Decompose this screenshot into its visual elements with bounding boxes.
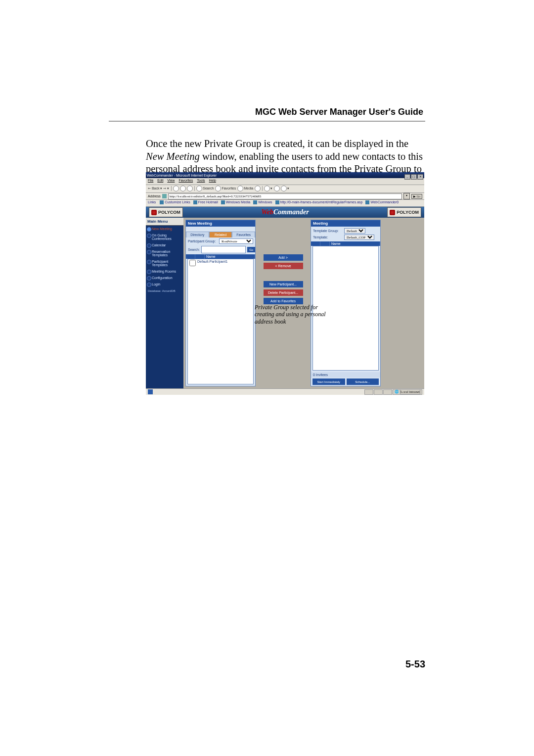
para-text-italic: New Meeting (146, 151, 200, 162)
history-icon[interactable] (255, 186, 261, 191)
address-dropdown-icon[interactable]: ▾ (403, 193, 410, 199)
menu-tools[interactable]: Tools (197, 179, 205, 182)
col-icon (195, 254, 205, 259)
address-bar[interactable]: Address ▾ ▶ Go (146, 193, 424, 200)
window-titlebar: WebCommander - Microsoft Internet Explor… (146, 172, 424, 178)
sidebar: Main Menu New Meeting On Going Conferenc… (146, 218, 183, 388)
remove-button[interactable]: < Remove (264, 263, 303, 269)
address-input[interactable] (168, 193, 402, 199)
delete-participant-button[interactable]: Delete Participant... (264, 289, 303, 296)
link-windows[interactable]: Windows (253, 200, 272, 204)
content-area: Main Menu New Meeting On Going Conferenc… (146, 218, 424, 388)
sidebar-item-participant-tmpl[interactable]: Participant Templates (146, 258, 183, 268)
favorites-icon[interactable] (215, 186, 221, 191)
maximize-icon[interactable]: ▢ (411, 174, 417, 180)
polycom-logo-right: POLYCOM (387, 207, 421, 217)
sidebar-item-meeting-rooms[interactable]: Meeting Rooms (146, 268, 183, 275)
sidebar-item-calendar[interactable]: Calendar (146, 242, 183, 248)
sidebar-item-new-meeting[interactable]: New Meeting (146, 226, 183, 232)
tool-search[interactable]: Search (203, 187, 214, 190)
invitees-count: 0 Invitees (311, 372, 380, 378)
right-form: Template Group:Default Template:Default_… (311, 227, 380, 241)
tool-media[interactable]: Media (244, 187, 253, 190)
menubar[interactable]: FileEditViewFavoritesToolsHelp (146, 178, 424, 185)
search-icon[interactable] (196, 186, 202, 191)
page-number: 5-53 (405, 659, 425, 670)
right-table-header: Name (311, 241, 380, 246)
left-list[interactable]: Default-Participant1 (187, 259, 254, 384)
edit-icon[interactable] (281, 186, 287, 191)
search-input[interactable] (201, 246, 246, 253)
sidebar-item-configuration[interactable]: Configuration (146, 275, 183, 281)
sidebar-item-ongoing[interactable]: On Going Conferences (146, 232, 183, 242)
participant-group-select[interactable]: RonPrivate (219, 238, 253, 244)
sidebar-item-reservation[interactable]: Reservation Templates (146, 248, 183, 258)
links-bar[interactable]: Links Customize LinksFree HotmailWindows… (146, 200, 424, 207)
link-hotmail[interactable]: Free Hotmail (193, 200, 218, 204)
start-immediately-button[interactable]: Start Immediately (312, 378, 345, 385)
mail-icon[interactable] (264, 186, 270, 191)
minimize-icon[interactable]: _ (404, 174, 410, 180)
go-button[interactable]: ▶ Go (411, 194, 422, 199)
window-buttons[interactable]: _▢✕ (404, 171, 423, 180)
search-go-button[interactable]: Go (247, 247, 255, 252)
menu-edit[interactable]: Edit (157, 179, 163, 182)
row-name: Default-Participant1 (197, 260, 227, 266)
menu-favorites[interactable]: Favorites (178, 179, 193, 182)
media-icon[interactable] (237, 186, 243, 191)
link-raw-url[interactable]: http://0-main-frames-document/mtRegularF… (275, 200, 363, 204)
sidebar-heading: Main Menu (146, 218, 183, 226)
left-panel: New Meeting Directory Related Favorites … (185, 220, 256, 386)
app-title: WebCommander (261, 208, 309, 216)
print-icon[interactable] (274, 186, 280, 191)
template-group-select[interactable]: Default (344, 228, 365, 234)
brand-bar: POLYCOM WebCommander POLYCOM (146, 207, 424, 218)
left-panel-tabs[interactable]: Directory Related Favorites (186, 232, 255, 237)
tab-favorites[interactable]: Favorites (232, 232, 255, 237)
template-group-label: Template Group: (313, 229, 343, 233)
links-label: Links (148, 200, 156, 204)
refresh-icon[interactable] (180, 186, 186, 191)
main-area: New Meeting Directory Related Favorites … (183, 218, 424, 388)
menu-file[interactable]: File (148, 179, 153, 182)
close-icon[interactable]: ✕ (417, 174, 423, 180)
toolbar[interactable]: ⇐ Back ▾ ⇒ ▾ Search Favorites Media ▾ ▾ (146, 185, 424, 193)
tab-directory[interactable]: Directory (186, 232, 209, 237)
template-select[interactable]: Default_COP (344, 235, 374, 240)
status-tray: 🌐 Local intranet (364, 389, 422, 395)
schedule-button[interactable]: Schedule... (347, 378, 379, 385)
menu-view[interactable]: View (167, 179, 175, 182)
status-bar: 🌐 Local intranet (146, 388, 424, 395)
search-row: Search: Go (186, 245, 255, 254)
participant-group-label: Participant Group: (188, 239, 218, 243)
menu-help[interactable]: Help (209, 179, 216, 182)
new-participant-button[interactable]: New Participant... (264, 281, 303, 287)
polycom-swirl-icon (151, 210, 157, 215)
link-wmedia[interactable]: Windows Media (221, 200, 250, 204)
tool-favorites[interactable]: Favorites (222, 187, 236, 190)
tab-related[interactable]: Related (209, 232, 232, 237)
sidebar-item-login[interactable]: Login (146, 281, 183, 287)
home-icon[interactable] (187, 186, 193, 191)
right-panel-heading: Meeting (311, 220, 380, 227)
add-button[interactable]: Add > (264, 254, 303, 261)
left-panel-heading: New Meeting (186, 220, 255, 227)
template-label: Template: (313, 236, 343, 239)
list-item[interactable]: Default-Participant1 (188, 259, 253, 267)
right-button-row: Start Immediately Schedule... (311, 378, 380, 386)
col-name: Name (330, 241, 380, 246)
figure-callout: Private Group selected for creating and … (255, 304, 329, 325)
stop-icon[interactable] (173, 186, 179, 191)
col-icon (320, 241, 330, 246)
link-webcmd[interactable]: WebCommander0 (365, 200, 399, 204)
para-text-1: Once the new Private Group is created, i… (146, 138, 408, 149)
col-check (311, 241, 320, 246)
mid-panel: Add > < Remove New Participant... Delete… (257, 220, 309, 386)
row-checkbox[interactable] (189, 260, 196, 266)
right-panel: Meeting Template Group:Default Template:… (311, 220, 381, 386)
window-title: WebCommander - Microsoft Internet Explor… (147, 174, 217, 177)
link-customize[interactable]: Customize Links (160, 200, 190, 204)
url-favicon (162, 194, 167, 198)
zone-icon: 🌐 Local intranet (393, 389, 422, 395)
back-label[interactable]: Back (152, 187, 160, 190)
